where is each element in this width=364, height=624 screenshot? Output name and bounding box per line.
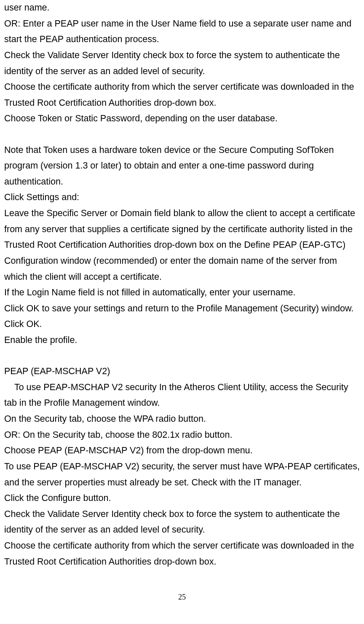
paragraph: Click OK.: [4, 316, 360, 332]
paragraph: Click OK to save your settings and retur…: [4, 301, 360, 317]
paragraph: To use PEAP (EAP-MSCHAP V2) security, th…: [4, 459, 360, 490]
paragraph: user name.: [4, 0, 360, 16]
paragraph: Choose the certificate authority from wh…: [4, 79, 360, 111]
paragraph: Check the Validate Server Identity check…: [4, 506, 360, 538]
paragraph: Leave the Specific Server or Domain fiel…: [4, 206, 360, 285]
paragraph: Enable the profile.: [4, 332, 360, 348]
paragraph: Choose the certificate authority from wh…: [4, 538, 360, 570]
page-number: 25: [4, 591, 360, 610]
paragraph: Check the Validate Server Identity check…: [4, 48, 360, 79]
paragraph: Note that Token uses a hardware token de…: [4, 142, 360, 190]
paragraph: If the Login Name field is not filled in…: [4, 285, 360, 301]
paragraph: Choose PEAP (EAP-MSCHAP V2) from the dro…: [4, 443, 360, 459]
paragraph: OR: Enter a PEAP user name in the User N…: [4, 16, 360, 48]
document-body: user name. OR: Enter a PEAP user name in…: [4, 0, 360, 570]
paragraph: On the Security tab, choose the WPA radi…: [4, 411, 360, 427]
paragraph: OR: On the Security tab, choose the 802.…: [4, 427, 360, 443]
paragraph: Click the Configure button.: [4, 490, 360, 506]
paragraph: Choose Token or Static Password, dependi…: [4, 111, 360, 127]
paragraph: To use PEAP-MSCHAP V2 security In the At…: [4, 380, 360, 411]
paragraph: Click Settings and:: [4, 190, 360, 206]
section-heading: PEAP (EAP-MSCHAP V2): [4, 364, 360, 380]
